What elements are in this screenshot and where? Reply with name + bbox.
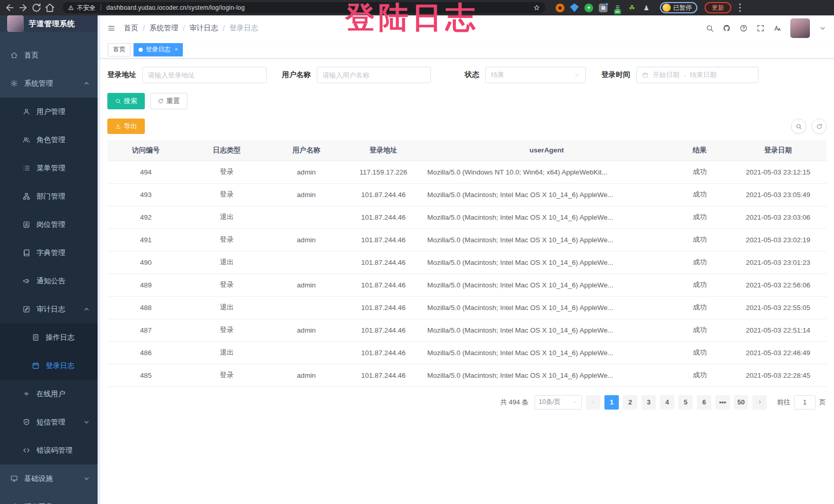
sidebar-item-登录日志[interactable]: 登录日志 [0,352,98,380]
browser-update-button[interactable]: 更新 [705,2,731,13]
plant-extension-icon[interactable]: ☘ [628,4,636,12]
browser-reload-icon[interactable] [31,2,42,13]
breadcrumb-item-审计日志[interactable]: 审计日志 [189,24,218,33]
cell-username [269,341,344,364]
sidebar-item-研发工具[interactable]: 研发工具 [0,493,98,504]
sidebar-item-首页[interactable]: 首页 [0,41,98,69]
sidebar-item-基础设施[interactable]: 基础设施 [0,464,98,493]
sidebar-item-label: 登录日志 [46,361,74,371]
sidebar-item-错误码管理[interactable]: 错误码管理 [0,436,98,464]
sidebar-item-岗位管理[interactable]: 岗位管理 [0,210,98,239]
page-button-3[interactable]: 3 [641,395,656,410]
cell-log-type: 退出 [184,341,269,364]
orange-ring-extension-icon[interactable] [556,4,564,12]
cell-login-address: 101.87.244.46 [344,251,423,274]
cell-log-type: 登录 [184,274,269,296]
browser-profile-chip[interactable]: 已暂停 [660,2,697,13]
cell-username: admin [269,228,344,251]
header-search-icon[interactable] [706,24,714,32]
sidebar-item-字典管理[interactable]: 字典管理 [0,239,98,267]
status-select[interactable]: 结果 [485,67,586,83]
reset-button[interactable]: 重置 [150,93,187,109]
page-ellipsis[interactable]: ••• [715,395,730,410]
fullscreen-icon[interactable] [756,24,765,32]
page-button-6[interactable]: 6 [697,395,711,410]
sidebar-item-角色管理[interactable]: 角色管理 [0,126,98,154]
refresh-table-button[interactable] [811,119,827,134]
export-button[interactable]: 导出 [107,119,145,134]
page-button-50[interactable]: 50 [734,395,748,410]
login-time-range-picker[interactable]: 开始日期 - 结束日期 [636,67,759,83]
toggle-search-button[interactable] [791,119,806,134]
cell-user-agent: Mozilla/5.0 (Windows NT 10.0; Win64; x64… [423,161,670,183]
grid-extension-icon[interactable]: ▦ [599,4,608,12]
cell-login-date: 2021-05-03 23:05:49 [729,183,827,206]
prev-page-button[interactable] [586,395,600,410]
sidebar-item-在线用户[interactable]: 在线用户 [0,380,98,408]
github-icon[interactable] [723,24,731,32]
close-icon[interactable]: × [175,47,178,52]
search-icon [115,98,121,104]
page-unit-label: 页 [819,398,826,407]
sidebar-item-label: 菜单管理 [36,164,65,173]
url-text: dashboard.yudao.iocoder.cn/system/log/lo… [106,4,530,11]
column-header-login-date: 登录日期 [729,140,827,161]
sidebar-item-菜单管理[interactable]: 菜单管理 [0,154,98,182]
sidebar-item-系统管理[interactable]: 系统管理 [0,69,98,98]
font-size-icon[interactable] [773,24,782,32]
browser-back-icon[interactable] [4,2,15,13]
green-heart-extension-icon[interactable]: ♥ [584,4,593,12]
sidebar-item-通知公告[interactable]: 通知公告 [0,267,98,295]
table-row: 487登录admin101.87.244.46Mozilla/5.0 (Maci… [107,319,827,341]
address-bar[interactable]: 不安全 dashboard.yudao.iocoder.cn/system/lo… [63,2,545,13]
goto-page-input[interactable] [794,395,816,410]
cell-login-address: 101.87.244.46 [344,228,423,251]
pagination: 共 494 条 10条/页 123456•••50 前往 页 [107,395,827,410]
avatar-caret-icon[interactable] [819,24,827,32]
main-area: 首页/系统管理/审计日志/登录日志 首页登录日志× 登录地址 用户名称 [100,15,834,504]
total-count-label: 共 494 条 [500,398,528,407]
search-button[interactable]: 搜索 [107,93,145,109]
breadcrumb-item-首页[interactable]: 首页 [124,24,138,33]
breadcrumb: 首页/系统管理/审计日志/登录日志 [124,24,258,33]
table-row: 490退出101.87.244.46Mozilla/5.0 (Macintosh… [107,251,827,274]
hamburger-icon[interactable] [107,24,116,32]
page-button-2[interactable]: 2 [623,395,637,410]
download-icon [115,123,121,129]
user-avatar[interactable] [790,18,810,38]
blue-gem-extension-icon[interactable] [570,4,579,12]
gear-icon [10,80,18,87]
form-buttons: 搜索 重置 [107,93,827,109]
page-button-4[interactable]: 4 [660,395,674,410]
bookmark-star-icon[interactable] [533,4,540,11]
tag-首页[interactable]: 首页 [108,43,130,56]
column-header-result: 结果 [670,140,729,161]
sidebar-item-审计日志[interactable]: 审计日志 [0,295,98,323]
page-button-5[interactable]: 5 [678,395,693,410]
badge-icon [23,221,30,228]
login-address-input[interactable] [148,71,261,79]
tag-登录日志[interactable]: 登录日志× [134,43,183,56]
sidebar-item-短信管理[interactable]: 短信管理 [0,408,98,436]
login-log-table: 访问编号日志类型用户名称登录地址userAgent结果登录日期 494登录adm… [107,140,827,387]
app-logo[interactable]: 芋道管理系统 [0,15,98,32]
cell-login-address: 101.87.244.46 [344,296,423,319]
breadcrumb-item-系统管理[interactable]: 系统管理 [149,24,178,33]
browser-menu-icon[interactable] [734,2,746,13]
sidebar-item-部门管理[interactable]: 部门管理 [0,182,98,210]
cell-user-agent: Mozilla/5.0 (Macintosh; Intel Mac OS X 1… [423,183,670,206]
chevron-up-icon [83,305,90,313]
help-icon[interactable] [740,24,748,32]
puzzle-extension-icon[interactable]: ♟ [642,4,651,12]
next-page-button[interactable] [752,395,767,410]
browser-forward-icon[interactable] [17,2,29,13]
on-badge: on [614,9,621,14]
page-button-1[interactable]: 1 [604,395,619,410]
username-input[interactable] [323,71,425,79]
page-size-select[interactable]: 10条/页 [535,395,582,410]
sidebar-item-用户管理[interactable]: 用户管理 [0,98,98,126]
browser-home-icon[interactable] [44,2,55,13]
list-on-extension-icon[interactable]: ☰on [613,4,622,12]
sidebar-item-label: 在线用户 [36,390,65,399]
sidebar-item-操作日志[interactable]: 操作日志 [0,323,98,352]
